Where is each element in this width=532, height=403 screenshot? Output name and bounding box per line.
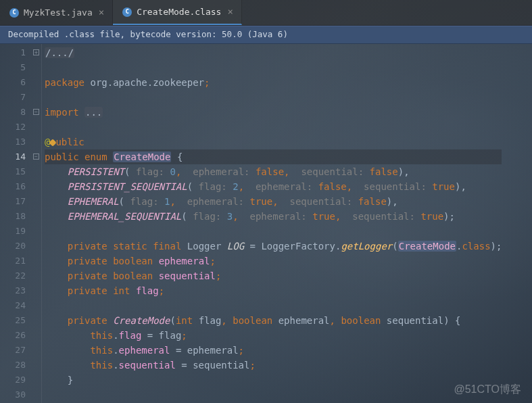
tab-label: MyzkTest.java <box>24 6 93 20</box>
code-line[interactable]: @ublic <box>45 135 502 149</box>
line-number: 19 <box>0 224 26 239</box>
code-line[interactable]: import ... <box>45 105 502 120</box>
line-number: 28 <box>0 358 26 373</box>
line-number: 25 <box>0 313 26 328</box>
code-line[interactable]: private boolean ephemeral; <box>45 254 502 268</box>
line-gutter: 1567812131415161718192021222324252627282… <box>0 44 32 403</box>
code-line[interactable]: EPHEMERAL_SEQUENTIAL( flag: 3, ephemeral… <box>45 209 502 224</box>
line-number: 17 <box>0 194 26 209</box>
code-line[interactable] <box>45 120 502 135</box>
code-editor[interactable]: 1567812131415161718192021222324252627282… <box>0 44 532 403</box>
java-icon: C <box>9 8 19 18</box>
code-line[interactable] <box>45 90 502 105</box>
watermark: @51CTO博客 <box>454 381 521 398</box>
line-number: 23 <box>0 283 26 298</box>
code-line[interactable]: private int flag; <box>45 283 502 298</box>
line-number: 22 <box>0 268 26 283</box>
code-area[interactable]: /.../package org.apache.zookeeper;import… <box>42 44 502 403</box>
code-line[interactable]: package org.apache.zookeeper; <box>45 75 502 90</box>
code-line[interactable]: } <box>45 373 502 387</box>
line-number: 27 <box>0 343 26 358</box>
line-number: 30 <box>0 387 26 402</box>
line-number: 13 <box>0 135 26 149</box>
fold-toggle[interactable]: − <box>33 109 39 115</box>
code-line[interactable] <box>45 298 502 313</box>
class-icon: C <box>122 7 132 17</box>
code-line[interactable]: private boolean sequential; <box>45 268 502 283</box>
line-number: 21 <box>0 254 26 268</box>
tab-myzktest[interactable]: C MyzkTest.java × <box>0 0 113 25</box>
line-number: 15 <box>0 164 26 179</box>
tab-label: CreateMode.class <box>137 5 221 19</box>
fold-column: +−− <box>32 44 42 403</box>
line-number: 5 <box>0 60 26 75</box>
line-number: 6 <box>0 75 26 90</box>
line-number: 16 <box>0 179 26 194</box>
code-line[interactable]: this.flag = flag; <box>45 328 502 343</box>
code-line[interactable]: public enum CreateMode { <box>45 149 502 164</box>
fold-toggle[interactable]: + <box>33 49 39 55</box>
line-number: 8 <box>0 105 26 120</box>
close-icon[interactable]: × <box>97 5 105 20</box>
tab-bar: C MyzkTest.java × C CreateMode.class × <box>0 0 532 26</box>
line-number: 20 <box>0 239 26 254</box>
code-line[interactable]: EPHEMERAL( flag: 1, ephemeral: true, seq… <box>45 194 502 209</box>
code-line[interactable]: this.sequential = sequential; <box>45 358 502 373</box>
line-number: 24 <box>0 298 26 313</box>
code-line[interactable]: PERSISTENT( flag: 0, ephemeral: false, s… <box>45 164 502 179</box>
close-icon[interactable]: × <box>226 5 234 19</box>
tab-createmode[interactable]: C CreateMode.class × <box>113 0 242 25</box>
code-line[interactable] <box>45 60 502 75</box>
fold-toggle[interactable]: − <box>33 153 39 160</box>
line-number: 14 <box>0 149 26 164</box>
line-number: 29 <box>0 373 26 387</box>
line-number: 7 <box>0 90 26 105</box>
line-number: 1 <box>0 45 26 60</box>
line-number: 18 <box>0 209 26 224</box>
code-line[interactable]: private static final Logger LOG = Logger… <box>45 239 502 254</box>
code-line[interactable]: /.../ <box>45 45 502 60</box>
decompile-notice: Decompiled .class file, bytecode version… <box>0 26 532 44</box>
line-number: 26 <box>0 328 26 343</box>
code-line[interactable]: PERSISTENT_SEQUENTIAL( flag: 2, ephemera… <box>45 179 502 194</box>
line-number: 12 <box>0 120 26 135</box>
code-line[interactable]: this.ephemeral = ephemeral; <box>45 343 502 358</box>
code-line[interactable] <box>45 224 502 239</box>
code-line[interactable]: private CreateMode(int flag, boolean eph… <box>45 313 502 328</box>
code-line[interactable] <box>45 387 502 402</box>
